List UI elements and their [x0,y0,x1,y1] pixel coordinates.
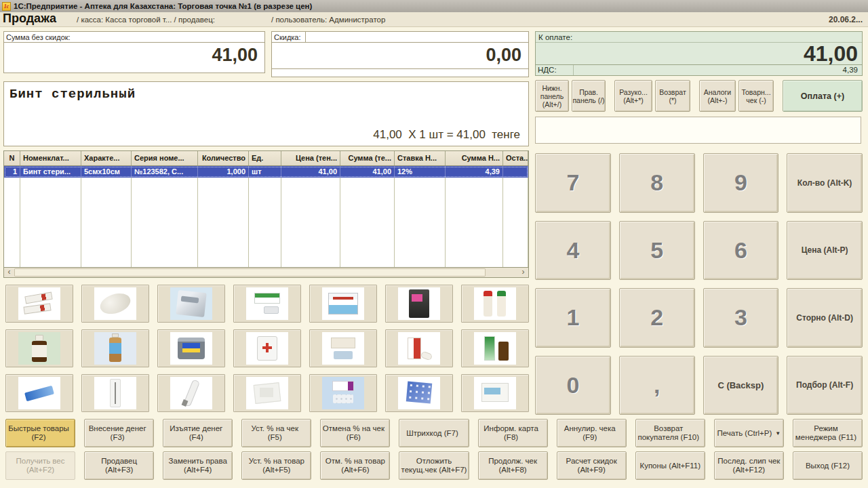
panel-action-button[interactable]: Разуко... (Alt+*) [614,80,652,112]
function-button[interactable]: Уст. % на чек (F5) [241,419,311,447]
numpad-key[interactable]: , [619,356,695,415]
numpad-key[interactable]: 1 [535,288,611,348]
function-button[interactable]: Возврат покупателя (F10) [635,419,705,447]
numpad-key[interactable]: 3 [703,288,779,348]
vat-label: НДС: [536,65,574,75]
table-cell: шт [249,166,281,178]
table-row-selected[interactable]: 1Бинт стери...5смх10см№123582, С...1,000… [4,166,528,178]
table-cell: 41,00 [281,166,340,178]
numeric-entry-display[interactable] [535,117,861,144]
discount-value: 0,00 [272,43,528,68]
product-gray-first-aid-case-icon[interactable] [157,329,225,367]
numpad-key[interactable]: 7 [535,153,611,213]
product-blue-pack-icon[interactable] [309,285,377,323]
table-header-row: NНоменклат...Характе...Серия номе...Коли… [4,151,528,166]
function-button[interactable]: Отм. % на товар (Alt+F6) [320,451,390,480]
scrollbar-thumb[interactable] [14,268,486,277]
numpad-key[interactable]: Сторно (Alt-D) [787,288,863,348]
function-button[interactable]: Режим менеджера (F11) [793,419,863,447]
product-bandage-2pack-icon[interactable] [5,285,73,323]
product-purple-box-blister-icon[interactable] [309,374,377,412]
page-header: Продажа / касса: Касса торговой т... / п… [0,12,868,27]
function-button[interactable]: Печать (Ctrl+P)▼ [714,419,784,447]
current-date: 20.06.2... [829,15,863,24]
table-cell: 5смх10см [81,166,132,178]
sum-no-discount-panel: Сумма без скидок: 41,00 [3,31,265,73]
table-header-cell: Цена (тен... [281,151,340,165]
function-button[interactable]: Быстрые товары (F2) [5,419,75,447]
product-green-box-brown-bottle-icon[interactable] [461,329,529,367]
function-button[interactable]: Расчет скидок (Alt+F9) [557,451,627,480]
product-thermometer-pack-icon[interactable] [81,374,149,412]
numpad-key[interactable]: 6 [703,221,779,281]
scroll-right-icon[interactable]: › [518,268,528,277]
function-button[interactable]: Купоны (Alt+F11) [635,451,705,480]
panel-action-button[interactable]: Оплата (+) [783,80,863,112]
product-syrup-bottle-blue-label-icon[interactable] [81,329,149,367]
sum-no-discount-label: Сумма без скидок: [4,32,264,43]
numpad-key[interactable]: C (Backsp) [703,356,779,415]
table-cell: 12% [395,166,446,178]
function-button[interactable]: Послед. слип чек (Alt+F12) [714,451,784,480]
function-button[interactable]: Продавец (Alt+F3) [84,451,154,480]
table-header-cell: Характе... [81,151,132,165]
numpad-key[interactable]: 0 [535,356,611,415]
product-brown-bottle-icon[interactable] [5,329,73,367]
panel-action-button[interactable]: Нижн. панель (Alt+/) [535,80,569,112]
numpad-key[interactable]: 9 [703,153,779,213]
numpad-key[interactable]: Цена (Alt-P) [787,221,863,281]
function-button[interactable]: Информ. карта (F8) [478,419,548,447]
panel-action-button[interactable]: Возврат (*) [655,80,690,112]
window-title: 1С:Предприятие - Аптека для Казахстана: … [14,2,312,10]
product-red-white-box-pills-icon[interactable] [385,329,453,367]
table-header-cell: N [4,151,20,165]
current-item-name: Бинт стерильный [4,82,528,102]
product-gauze-roll-icon[interactable] [81,285,149,323]
function-button[interactable]: Уст. % на товар (Alt+F5) [241,451,311,480]
product-flat-blue-pack-icon[interactable] [461,374,529,412]
product-green-box-blister-icon[interactable] [233,285,301,323]
function-button[interactable]: Внесение денег (F3) [84,419,154,447]
product-validol-blister-icon[interactable] [385,374,453,412]
current-item-calculation: 41,00 Х 1 шт = 41,00 тенге [373,128,520,142]
function-button[interactable]: Штрихкод (F7) [399,419,469,447]
product-clear-pack-icon[interactable] [233,374,301,412]
numpad-key[interactable]: 5 [619,221,695,281]
table-cell: Бинт стери... [20,166,81,178]
table-cell: 1 [4,166,20,178]
scroll-left-icon[interactable]: ‹ [4,268,14,277]
function-button[interactable]: Изъятие денег (F4) [163,419,233,447]
product-box-with-blister-icon[interactable] [309,329,377,367]
function-button[interactable]: Продолж. чек (Alt+F8) [478,451,548,480]
function-button[interactable]: Заменить права (Alt+F4) [163,451,233,480]
table-horizontal-scrollbar[interactable]: ‹ › [4,267,528,277]
discount-panel: Скидка: 0,00 [271,31,529,77]
function-button[interactable]: Аннулир. чека (F9) [557,419,627,447]
table-cell: №123582, С... [132,166,198,178]
table-header-cell: Оста... [503,151,528,165]
panel-action-button[interactable]: Товарн... чек (-) [738,80,774,112]
numpad-key[interactable]: 2 [619,288,695,348]
numpad-key[interactable]: 8 [619,153,695,213]
table-cell: 4,39 [446,166,503,178]
function-button[interactable]: Выход (F12) [793,451,863,480]
product-digital-thermometer-icon[interactable] [157,374,225,412]
product-white-first-aid-kit-icon[interactable] [233,329,301,367]
function-button[interactable]: Отмена % на чек (F6) [320,419,390,447]
table-header-cell: Серия номе... [132,151,198,165]
product-dark-pouch-pink-label-icon[interactable] [385,285,453,323]
table-header-cell: Номенклат... [20,151,81,165]
numpad-key[interactable]: Подбор (Alt-F) [787,356,863,415]
function-button[interactable]: Получить вес (Alt+F2) [5,451,75,480]
to-pay-panel: К оплате: 41,00 НДС: 4,39 [535,31,863,76]
panel-action-button[interactable]: Прав. панель (/) [572,80,606,112]
numpad-key[interactable]: 4 [535,221,611,281]
product-spray-cans-icon[interactable] [461,285,529,323]
numpad-key[interactable]: Кол-во (Alt-K) [787,153,863,213]
table-header-cell: Ед. [249,151,281,165]
product-foil-blister-icon[interactable] [157,285,225,323]
product-blue-pill-strip-icon[interactable] [5,374,73,412]
panel-action-button[interactable]: Аналоги (Alt+-) [699,80,736,112]
function-button[interactable]: Отложить текущ.чек (Alt+F7) [399,451,469,480]
window-titlebar: 1с 1С:Предприятие - Аптека для Казахстан… [0,0,868,12]
